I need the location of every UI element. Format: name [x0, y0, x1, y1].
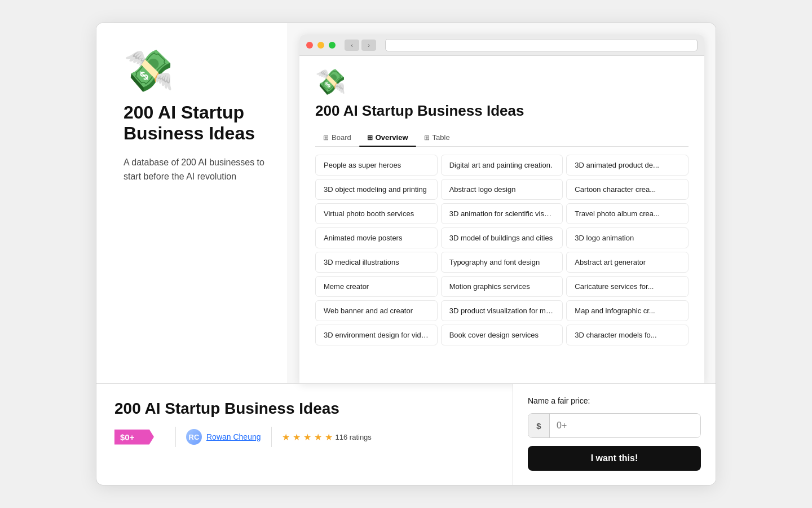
grid-cell[interactable]: 3D animated product de... — [566, 155, 689, 176]
grid-cell[interactable]: 3D character models fo... — [566, 325, 689, 345]
grid-cell[interactable]: 3D model of buildings and cities — [441, 227, 563, 248]
product-description: A database of 200 AI businesses to start… — [123, 155, 267, 184]
author-name[interactable]: Rowan Cheung — [206, 432, 261, 441]
grid-cell[interactable]: 3D object modeling and printing — [315, 179, 438, 200]
bottom-right: Name a fair price: $ I want this! — [513, 384, 716, 485]
star-1: ★ — [282, 432, 290, 443]
meta-divider — [175, 427, 176, 447]
meta-divider-2 — [271, 427, 272, 447]
bottom-left: 200 AI Startup Business Ideas $0+ RC Row… — [96, 384, 513, 485]
grid-cell[interactable]: Map and infographic cr... — [566, 300, 689, 321]
bottom-meta-row: $0+ RC Rowan Cheung ★ ★ ★ ★ ★ 116 rating… — [114, 427, 495, 447]
browser-nav: ‹ › — [345, 40, 376, 51]
grid-cell[interactable]: Travel photo album crea... — [566, 203, 689, 224]
grid-cell[interactable]: Cartoon character crea... — [566, 179, 689, 200]
grid-cell[interactable]: Web banner and ad creator — [315, 300, 438, 321]
grid-cell[interactable]: Abstract logo design — [441, 179, 563, 200]
grid-cell[interactable]: Abstract art generator — [566, 252, 689, 273]
author-row: RC Rowan Cheung — [186, 429, 261, 445]
ratings-count: 116 ratings — [336, 433, 372, 441]
star-2: ★ — [293, 432, 301, 443]
tab-table[interactable]: ⊞ Table — [416, 130, 458, 146]
browser-address-bar[interactable] — [385, 39, 698, 51]
grid-cell[interactable]: Virtual photo booth services — [315, 203, 438, 224]
browser-toolbar: ‹ › — [299, 34, 704, 56]
left-panel: 💸 200 AI Startup Business Ideas A databa… — [96, 23, 288, 383]
grid-cell[interactable]: Meme creator — [315, 276, 438, 297]
grid-cell[interactable]: Animated movie posters — [315, 227, 438, 248]
grid-cell[interactable]: 3D medical illustrations — [315, 252, 438, 273]
grid-cell[interactable]: Book cover design services — [441, 325, 563, 345]
grid-cell[interactable]: 3D product visualization for marketing — [441, 300, 563, 321]
dollar-sign: $ — [528, 414, 550, 437]
browser-forward-button[interactable]: › — [361, 40, 376, 51]
want-button[interactable]: I want this! — [528, 446, 701, 471]
browser-content: 💸 200 AI Startup Business Ideas ⊞ Board … — [299, 56, 704, 383]
items-grid: People as super heroesDigital art and pa… — [315, 155, 689, 345]
star-5: ★ — [325, 432, 333, 443]
grid-cell[interactable]: People as super heroes — [315, 155, 438, 176]
browser-window: ‹ › 💸 200 AI Startup Business Ideas ⊞ — [299, 34, 704, 383]
star-3: ★ — [303, 432, 311, 443]
tab-overview-label: Overview — [376, 133, 408, 142]
tab-table-label: Table — [433, 133, 450, 142]
stars-row: ★ ★ ★ ★ ★ 116 ratings — [282, 432, 372, 443]
price-input-row: $ — [528, 413, 701, 438]
outer-wrapper: 💸 200 AI Startup Business Ideas A databa… — [0, 0, 812, 508]
star-4: ★ — [314, 432, 322, 443]
board-icon: ⊞ — [323, 134, 329, 142]
fair-price-label: Name a fair price: — [528, 396, 701, 405]
grid-cell[interactable]: Caricature services for... — [566, 276, 689, 297]
bottom-product-title: 200 AI Startup Business Ideas — [114, 400, 495, 418]
grid-cell[interactable]: 3D environment design for video games — [315, 325, 438, 345]
author-avatar: RC — [186, 429, 202, 445]
browser-dot-green[interactable] — [329, 42, 336, 49]
right-panel: ‹ › 💸 200 AI Startup Business Ideas ⊞ — [288, 23, 716, 383]
price-input[interactable] — [550, 415, 700, 436]
grid-cell[interactable]: 3D logo animation — [566, 227, 689, 248]
grid-cell[interactable]: Motion graphics services — [441, 276, 563, 297]
grid-cell[interactable]: 3D animation for scientific visualizatio… — [441, 203, 563, 224]
tab-board[interactable]: ⊞ Board — [315, 130, 359, 146]
browser-dot-yellow[interactable] — [317, 42, 324, 49]
bottom-section: 200 AI Startup Business Ideas $0+ RC Row… — [96, 383, 716, 485]
price-badge: $0+ — [114, 430, 154, 445]
browser-dot-red[interactable] — [306, 42, 313, 49]
main-card: 💸 200 AI Startup Business Ideas A databa… — [96, 23, 716, 485]
tab-overview[interactable]: ⊞ Overview — [359, 130, 416, 146]
overview-icon: ⊞ — [367, 134, 373, 142]
grid-cell[interactable]: Typography and font design — [441, 252, 563, 273]
page-icon: 💸 — [315, 67, 689, 97]
page-title: 200 AI Startup Business Ideas — [315, 102, 689, 120]
table-icon: ⊞ — [424, 134, 430, 142]
grid-cell[interactable]: Digital art and painting creation. — [441, 155, 563, 176]
product-emoji: 💸 — [123, 50, 267, 91]
tabs-row: ⊞ Board ⊞ Overview ⊞ Table — [315, 130, 689, 147]
browser-back-button[interactable]: ‹ — [345, 40, 359, 51]
product-title-left: 200 AI Startup Business Ideas — [123, 102, 267, 144]
top-section: 💸 200 AI Startup Business Ideas A databa… — [96, 23, 716, 383]
tab-board-label: Board — [332, 133, 351, 142]
